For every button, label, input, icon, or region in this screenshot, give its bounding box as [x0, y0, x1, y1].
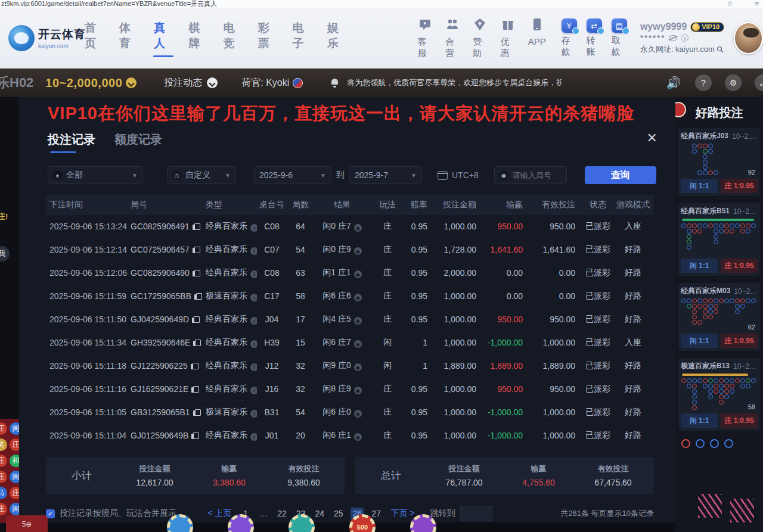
- betting-chip[interactable]: [228, 514, 254, 532]
- fullscreen-icon[interactable]: ⤢: [755, 74, 763, 91]
- date-from-select[interactable]: 2025-9-6▼: [254, 166, 331, 184]
- game-type-select[interactable]: ♠ 全部▼: [48, 166, 143, 184]
- nav-item-0[interactable]: 首页: [85, 20, 104, 56]
- round-search-field[interactable]: ◉: [494, 166, 567, 184]
- browser-menu-icon[interactable]: ≡: [755, 0, 758, 8]
- bet-banker-button[interactable]: 庄 1:0.95: [721, 259, 758, 273]
- round-input[interactable]: [513, 171, 566, 180]
- nav-item-1[interactable]: 体育: [119, 20, 138, 56]
- info-icon[interactable]: i: [250, 433, 257, 441]
- wallet-action-deposit[interactable]: ¥ 存款: [562, 18, 577, 58]
- copy-icon[interactable]: [193, 270, 199, 277]
- copy-icon[interactable]: [193, 409, 200, 416]
- feed-dropdown-icon[interactable]: [207, 77, 218, 88]
- volume-icon[interactable]: 🔊: [665, 74, 682, 91]
- tab-bet-records[interactable]: 投注记录: [48, 132, 95, 153]
- nav-item-6[interactable]: 电子: [293, 20, 312, 56]
- info-icon[interactable]: i: [250, 224, 257, 232]
- query-button[interactable]: 查询: [585, 166, 656, 184]
- bet-player-button[interactable]: 闲 1:1: [681, 179, 718, 193]
- eye-icon[interactable]: ◉: [354, 270, 362, 278]
- jump-page-input[interactable]: [460, 506, 492, 521]
- info-icon[interactable]: i: [250, 410, 257, 418]
- table-row: 2025-09-06 15:11:16GJ162590621E经典百家乐iJ16…: [46, 378, 654, 401]
- eye-icon[interactable]: ◉: [354, 387, 362, 394]
- wallet-action-withdraw[interactable]: ▤ 取款: [612, 18, 627, 58]
- copy-icon[interactable]: [193, 340, 200, 347]
- eye-slash-icon[interactable]: [669, 35, 677, 41]
- card-table-name[interactable]: 经典百家乐M03: [681, 286, 730, 296]
- betting-chip[interactable]: [289, 514, 315, 532]
- info-icon[interactable]: i: [250, 387, 257, 394]
- info-icon[interactable]: i: [250, 247, 257, 255]
- info-icon[interactable]: i: [250, 270, 257, 278]
- copy-icon[interactable]: [191, 433, 198, 440]
- logo-subtitle: kaiyun.com: [38, 43, 86, 49]
- date-to-select[interactable]: 2025-9-7▼: [349, 166, 422, 184]
- info-icon[interactable]: i: [250, 317, 257, 325]
- card-table-name[interactable]: 经典百家乐B51: [681, 206, 730, 216]
- search-icon[interactable]: [717, 46, 724, 53]
- date-range-select[interactable]: ◷ 自定义▼: [167, 166, 236, 184]
- quick-action-promo[interactable]: 优惠: [500, 18, 514, 59]
- bookmark-star-icon[interactable]: ☆: [727, 0, 733, 8]
- info-icon[interactable]: i: [250, 340, 257, 348]
- nav-item-5[interactable]: 彩票: [258, 20, 277, 56]
- bet-player-button[interactable]: 闲 1:1: [681, 413, 718, 428]
- roadmap: [681, 143, 758, 175]
- help-icon[interactable]: ?: [695, 74, 712, 91]
- copy-icon[interactable]: [192, 316, 198, 323]
- info-icon[interactable]: i: [250, 294, 257, 301]
- betting-chip[interactable]: [410, 514, 436, 532]
- copy-icon[interactable]: [191, 363, 197, 370]
- address-url[interactable]: zt9km.vip:6001/game/detail/realbet?enNam…: [0, 0, 217, 8]
- card-table-name[interactable]: 极速百家乐B13: [681, 361, 730, 371]
- betting-chip[interactable]: 500: [349, 514, 376, 532]
- quick-action-sponsor[interactable]: 赞助: [473, 18, 487, 59]
- eye-icon[interactable]: ◉: [354, 317, 362, 325]
- eye-icon[interactable]: ◉: [354, 410, 362, 418]
- eye-icon[interactable]: ◉: [354, 433, 362, 441]
- eye-icon[interactable]: ◉: [354, 363, 362, 371]
- nav-item-4[interactable]: 电竞: [223, 20, 242, 56]
- nav-item-7[interactable]: 娱乐: [327, 20, 346, 56]
- card-table-name[interactable]: 经典百家乐J03: [681, 131, 728, 141]
- countdown: 92: [748, 169, 755, 176]
- copy-icon[interactable]: [191, 386, 198, 393]
- info-icon[interactable]: i: [250, 363, 257, 371]
- bet-player-button[interactable]: 闲 1:1: [681, 334, 718, 348]
- cell-winloss: -1,000.00: [482, 338, 529, 347]
- limit-dropdown-icon[interactable]: [126, 77, 137, 88]
- site-logo[interactable]: 开云体育 kaiyun.com: [8, 25, 73, 51]
- sidebar-title: 好路投注: [675, 97, 763, 121]
- copy-icon[interactable]: [193, 247, 199, 254]
- eye-icon[interactable]: ◉: [354, 247, 362, 255]
- bet-banker-button[interactable]: 庄 1:0.95: [721, 334, 758, 348]
- settings-gear-icon[interactable]: ⚙: [725, 74, 742, 91]
- copy-icon[interactable]: [194, 293, 201, 300]
- nav-item-3[interactable]: 棋牌: [188, 20, 207, 56]
- close-icon[interactable]: ✕: [647, 130, 657, 146]
- bet-banker-button[interactable]: 庄 1:0.95: [721, 413, 758, 428]
- quick-action-partner[interactable]: 合营: [445, 18, 460, 59]
- avatar[interactable]: [734, 22, 763, 54]
- bet-player-button[interactable]: 闲 1:1: [681, 259, 718, 273]
- eye-icon[interactable]: ◉: [354, 224, 362, 232]
- copy-icon[interactable]: [193, 223, 199, 231]
- cell-table_no: J16: [257, 384, 287, 394]
- quick-action-service[interactable]: 客服: [418, 18, 432, 59]
- eye-icon[interactable]: ◉: [354, 294, 362, 301]
- cell-valid: 1,000.00: [529, 431, 581, 440]
- bet-banker-button[interactable]: 庄 1:0.95: [721, 179, 758, 193]
- bet-feed-label[interactable]: 投注动态: [164, 77, 202, 89]
- betting-chip[interactable]: [167, 514, 193, 532]
- quick-action-app[interactable]: APP: [528, 18, 546, 59]
- nav-item-2[interactable]: 真人: [154, 20, 173, 56]
- chip-mini-button[interactable]: 5⊕: [6, 515, 48, 532]
- subtotal-box: 小计 投注金额 12,617.00 输赢 3,380.60 有效投注 9,380…: [46, 457, 345, 494]
- cell-type: 极速百家乐i: [206, 291, 257, 302]
- calendar-icon[interactable]: [438, 171, 448, 180]
- eye-icon[interactable]: ◉: [354, 340, 362, 348]
- wallet-action-transfer[interactable]: ⇄ 转账: [587, 18, 602, 58]
- tab-quota-records[interactable]: 额度记录: [114, 132, 162, 153]
